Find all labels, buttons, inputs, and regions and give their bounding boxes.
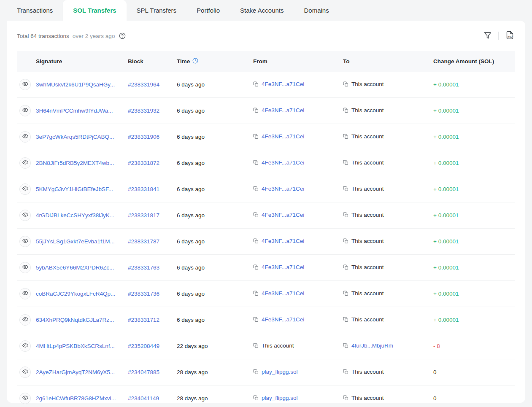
block-link[interactable]: #238331817	[128, 212, 159, 218]
time-label: 6 days ago	[177, 264, 205, 271]
block-link[interactable]: #238331712	[128, 317, 159, 323]
block-link[interactable]: #234047885	[128, 369, 159, 375]
copy-icon[interactable]	[343, 395, 348, 401]
block-link[interactable]: #238331787	[128, 238, 159, 245]
preview-transaction-button[interactable]	[19, 157, 31, 169]
signature-link[interactable]: 4rGDiJBLkeCcSHYyxf38iJyK...	[36, 212, 114, 218]
copy-icon[interactable]	[343, 291, 348, 296]
preview-transaction-button[interactable]	[19, 314, 31, 326]
signature-link[interactable]: 3whMUskvf2k6U1P9QsaHGy...	[36, 81, 115, 88]
from-address-link[interactable]: play_flipgg.sol	[262, 369, 298, 375]
from-address-link[interactable]: 4Fe3NF...a71Cei	[262, 238, 304, 244]
preview-transaction-button[interactable]	[19, 131, 31, 143]
block-link[interactable]: #235208449	[128, 343, 159, 349]
preview-transaction-button[interactable]	[19, 210, 31, 221]
from-address-link[interactable]: 4Fe3NF...a71Cei	[262, 316, 304, 323]
preview-transaction-button[interactable]	[19, 340, 31, 352]
export-csv-button[interactable]: CSV	[505, 30, 515, 42]
copy-icon[interactable]	[343, 81, 348, 87]
tab-spl-transfers[interactable]: SPL Transfers	[127, 0, 186, 21]
tab-sol-transfers[interactable]: SOL Transfers	[63, 0, 126, 21]
signature-link[interactable]: 3H64nVmPCCmhw9fYdJWa...	[36, 108, 113, 114]
copy-icon[interactable]	[253, 238, 259, 244]
table-row: 2g61eHCWfuBR78G8HZMxvi...#23404114928 da…	[17, 385, 515, 407]
copy-icon[interactable]	[253, 212, 259, 218]
from-address-link[interactable]: 4Fe3NF...a71Cei	[262, 107, 304, 113]
to-cell: This account	[343, 385, 433, 407]
signature-link[interactable]: 634XhPRQ9kNqtdkGJLa7Rz...	[36, 317, 114, 323]
change-cell: + 0.00001	[433, 150, 515, 176]
copy-icon[interactable]	[253, 369, 259, 375]
copy-icon[interactable]	[253, 186, 259, 191]
copy-icon[interactable]	[343, 134, 348, 139]
signature-link[interactable]: 55jJYsLSg1Gxkt7eEvba1f1M...	[36, 238, 115, 245]
summary-text: Total 64 transactions over 2 years ago	[17, 32, 126, 39]
copy-icon[interactable]	[343, 369, 348, 375]
copy-icon[interactable]	[253, 81, 259, 87]
copy-icon[interactable]	[343, 343, 348, 348]
copy-icon[interactable]	[253, 134, 259, 139]
to-address-link[interactable]: 4furJb...MbjuRm	[351, 342, 393, 349]
copy-icon[interactable]	[343, 212, 348, 218]
filter-button[interactable]	[483, 31, 492, 41]
copy-icon[interactable]	[343, 264, 348, 270]
column-header-time[interactable]: Time	[177, 51, 253, 72]
copy-icon[interactable]	[253, 108, 259, 113]
copy-icon[interactable]	[343, 186, 348, 191]
block-link[interactable]: #238331872	[128, 160, 159, 166]
copy-icon[interactable]	[343, 160, 348, 165]
preview-transaction-button[interactable]	[19, 288, 31, 299]
from-address-link[interactable]: 4Fe3NF...a71Cei	[262, 133, 304, 140]
preview-transaction-button[interactable]	[19, 262, 31, 273]
preview-transaction-button[interactable]	[19, 236, 31, 247]
from-address-link[interactable]: 4Fe3NF...a71Cei	[262, 264, 304, 270]
preview-transaction-button[interactable]	[19, 79, 31, 90]
from-address-link[interactable]: 4Fe3NF...a71Cei	[262, 290, 304, 296]
block-link[interactable]: #238331932	[128, 108, 159, 114]
clock-icon[interactable]	[192, 58, 198, 65]
from-address-link[interactable]: 4Fe3NF...a71Cei	[262, 159, 304, 166]
copy-icon[interactable]	[253, 317, 259, 322]
preview-transaction-button[interactable]	[19, 105, 31, 116]
change-cell: + 0.00001	[433, 72, 515, 98]
copy-icon[interactable]	[343, 238, 348, 244]
from-address-link[interactable]: 4Fe3NF...a71Cei	[262, 186, 304, 192]
block-link[interactable]: #238331763	[128, 264, 159, 271]
block-link[interactable]: #238331736	[128, 291, 159, 297]
preview-transaction-button[interactable]	[19, 183, 31, 195]
from-address-link[interactable]: play_flipgg.sol	[262, 395, 298, 401]
tab-transactions[interactable]: Transactions	[7, 0, 63, 21]
block-link[interactable]: #238331964	[128, 81, 159, 88]
copy-icon[interactable]	[253, 395, 259, 401]
signature-link[interactable]: 3eP7gcWkArqs5RDtPjCABQ...	[36, 134, 114, 140]
tab-domains[interactable]: Domains	[294, 0, 339, 21]
tab-stake-accounts[interactable]: Stake Accounts	[230, 0, 294, 21]
preview-transaction-button[interactable]	[19, 367, 31, 378]
preview-transaction-button[interactable]	[19, 393, 31, 404]
signature-link[interactable]: 4MHtLp4pPSKBbXkSCRsLnf...	[36, 343, 115, 349]
block-link[interactable]: #234041149	[128, 395, 159, 402]
copy-icon[interactable]	[253, 264, 259, 270]
from-cell: 4Fe3NF...a71Cei	[253, 124, 343, 150]
signature-link[interactable]: 2BN8JiFr5dRB5y2MEXT4wb...	[36, 160, 114, 166]
signature-link[interactable]: coBRaCJC29YkogxLFcR4Qp...	[36, 291, 115, 297]
from-address-link[interactable]: 4Fe3NF...a71Cei	[262, 212, 304, 218]
change-amount-label: + 0.00001	[433, 186, 459, 192]
from-address-link[interactable]: 4Fe3NF...a71Cei	[262, 81, 304, 87]
block-link[interactable]: #238331841	[128, 186, 159, 192]
copy-icon[interactable]	[253, 160, 259, 165]
signature-cell: 3H64nVmPCCmhw9fYdJWa...	[36, 98, 128, 124]
copy-icon[interactable]	[343, 317, 348, 322]
question-circle-icon[interactable]	[119, 32, 126, 39]
block-cell: #238331736	[128, 281, 177, 307]
copy-icon[interactable]	[253, 343, 259, 348]
signature-link[interactable]: 2AyeZHarGjmAyqT2NM6yX5...	[36, 369, 115, 375]
tab-portfolio[interactable]: Portfolio	[186, 0, 230, 21]
copy-icon[interactable]	[253, 291, 259, 296]
signature-link[interactable]: 5KMYgG3vY1HiGtBEfeJbSF...	[36, 186, 113, 192]
block-link[interactable]: #238331906	[128, 134, 159, 140]
copy-icon[interactable]	[343, 108, 348, 113]
signature-link[interactable]: 5ybABX5e6Y66M2XPDR6Zc...	[36, 264, 114, 271]
signature-link[interactable]: 2g61eHCWfuBR78G8HZMxvi...	[36, 395, 116, 402]
column-label: To	[343, 58, 350, 65]
